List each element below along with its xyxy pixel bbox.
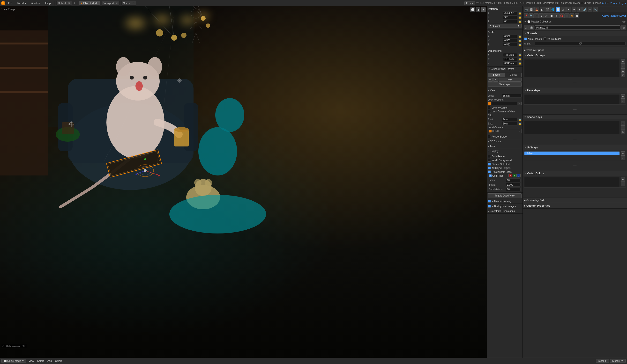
render-icon[interactable]: 🖼: [529, 7, 534, 12]
vertex-group-remove-btn[interactable]: -: [621, 64, 625, 68]
bottom-view[interactable]: View: [28, 360, 35, 362]
close-workspace-icon[interactable]: ✕: [68, 2, 70, 4]
scale-x-lock[interactable]: 🔒: [518, 35, 522, 38]
rotation-x-value[interactable]: -36.499°: [503, 11, 517, 15]
relationship-lines-checkbox[interactable]: ✓: [488, 170, 491, 173]
shape-key-remove-btn[interactable]: -: [621, 126, 625, 130]
add-workspace-icon[interactable]: +: [73, 1, 75, 5]
mesh-icon[interactable]: △: [561, 7, 566, 12]
toolbar-icon-4[interactable]: ⚙: [539, 13, 544, 18]
grid-floor-checkbox[interactable]: ✓: [489, 174, 492, 177]
cursor-3d-header[interactable]: ▶ 3D Cursor: [487, 139, 522, 144]
shape-key-add-btn[interactable]: +: [621, 121, 625, 125]
object-data-icon[interactable]: ▽: [588, 7, 592, 12]
uv-map-add-btn[interactable]: +: [621, 151, 625, 156]
world-bg-checkbox[interactable]: [488, 159, 491, 162]
toolbar-icon-11[interactable]: ⬟: [575, 13, 579, 18]
engine-selector[interactable]: Eevee: [465, 1, 475, 5]
bottom-select[interactable]: Select: [36, 360, 45, 362]
viewport-shading-material[interactable]: ◑: [475, 7, 480, 12]
clip-start-value[interactable]: 1mm: [502, 118, 518, 121]
vertex-color-add-btn[interactable]: +: [621, 177, 625, 182]
vertex-groups-header[interactable]: ▼ Vertex Groups: [523, 53, 627, 58]
toolbar-icon-2[interactable]: 🔍: [529, 13, 534, 18]
toolbar-icon-9[interactable]: ⬛: [564, 13, 569, 18]
scale-z-lock[interactable]: 🔒: [518, 43, 522, 46]
outline-selected-row[interactable]: ✓ Outline Selected: [488, 162, 522, 166]
uv-map-remove-btn[interactable]: -: [621, 156, 625, 160]
close-scene-icon[interactable]: ✕: [133, 2, 135, 4]
motion-tracking-header[interactable]: ✓ ▶ Motion Tracking: [487, 199, 522, 204]
background-images-header[interactable]: ✓ ▶ Background Images: [487, 204, 522, 209]
lock-obj-field[interactable]: [492, 102, 518, 105]
scene-icon[interactable]: 🎬: [545, 7, 550, 12]
toolbar-icon-10[interactable]: 🔆: [570, 13, 574, 18]
view-layer-icon[interactable]: ◧: [540, 7, 544, 12]
lock-camera-row[interactable]: Lock Camera to View: [488, 110, 522, 113]
viewport-shading-solid[interactable]: ⚪: [470, 7, 475, 12]
new-layer-btn[interactable]: New Layer: [488, 82, 522, 87]
lens-value[interactable]: 35mm: [502, 94, 522, 98]
dim-x-value[interactable]: 1.882mm: [503, 53, 517, 57]
grid-z-btn[interactable]: Z: [517, 174, 521, 178]
workspace-tab-default[interactable]: Default ✕: [56, 1, 72, 5]
scale-value[interactable]: 1.000: [506, 183, 521, 186]
scale-y-lock[interactable]: 🔒: [518, 39, 522, 42]
toolbar-icon-1[interactable]: 📍: [524, 13, 528, 18]
custom-properties-section[interactable]: ▶ Custom Properties: [523, 203, 627, 209]
render-border-checkbox[interactable]: [488, 135, 491, 138]
scale-z-value[interactable]: 0.552: [503, 43, 517, 46]
viewport-shading-rendered[interactable]: ●: [481, 7, 486, 12]
toggle-quad-view-btn[interactable]: Toggle Quad View: [488, 193, 522, 198]
relationship-lines-row[interactable]: ✓ Relationship Lines: [488, 170, 522, 174]
all-obj-origins-row[interactable]: ✓ All Object Origins: [488, 166, 522, 170]
vertex-group-down-btn[interactable]: ▼: [621, 73, 625, 77]
grid-x-btn[interactable]: X: [509, 174, 512, 178]
lock-cursor-checkbox[interactable]: [488, 106, 491, 109]
clip-start-lock[interactable]: 🔒: [518, 118, 522, 121]
grease-pencil-icon-btn[interactable]: ✏: [488, 78, 493, 82]
rotation-y-value[interactable]: 90°: [503, 15, 517, 19]
world-bg-row[interactable]: World Background: [488, 159, 522, 162]
collection-left-arrow[interactable]: ◀: [622, 20, 624, 23]
bg-images-checkbox[interactable]: ✓: [488, 205, 491, 208]
tab-object[interactable]: Object: [505, 73, 522, 77]
toolbar-icon-7[interactable]: ◈: [554, 13, 559, 18]
scale-x-value[interactable]: 0.552: [503, 35, 517, 38]
plane-expand-icon[interactable]: ⊞: [621, 25, 626, 30]
dim-y-lock[interactable]: 🔒: [518, 57, 522, 61]
face-maps-header[interactable]: ▼ Face Maps: [523, 88, 627, 93]
menu-window[interactable]: Window: [29, 1, 42, 5]
rotation-x-lock[interactable]: 🔒: [518, 12, 522, 15]
toolbar-icon-6[interactable]: 🔲: [549, 13, 554, 18]
grease-pencil-header[interactable]: ☑ Grease Pencil Layers: [487, 67, 522, 71]
geometry-data-section[interactable]: ▶ Geometry Data: [523, 197, 627, 203]
vertex-group-add-btn[interactable]: +: [621, 59, 625, 64]
material-icon[interactable]: ●: [566, 7, 571, 12]
menu-help[interactable]: Help: [43, 1, 53, 5]
view-header[interactable]: ▶ View: [487, 88, 522, 93]
angle-value[interactable]: 30°: [535, 42, 626, 46]
lines-value[interactable]: 16: [506, 178, 521, 182]
local-camera-value[interactable]: HERO ✕: [488, 129, 522, 133]
toolbar-icon-3[interactable]: ↩: [534, 13, 539, 18]
constraints-icon[interactable]: 🔗: [582, 7, 587, 12]
uv-map-name[interactable]: UVMap: [524, 151, 620, 155]
dim-z-lock[interactable]: 🔒: [518, 62, 522, 65]
collection-right-arrow[interactable]: ▶: [624, 20, 626, 23]
bottom-object[interactable]: Object: [54, 360, 63, 362]
plane-name-input[interactable]: [535, 25, 621, 30]
outline-selected-checkbox[interactable]: ✓: [488, 163, 491, 166]
grid-y-btn[interactable]: Y: [513, 174, 517, 178]
physics-icon[interactable]: ⚙: [577, 7, 582, 12]
menu-file[interactable]: File: [6, 1, 14, 5]
display-header[interactable]: ▼ Display: [487, 149, 522, 153]
particles-icon[interactable]: ✦: [572, 7, 576, 12]
view-icon[interactable]: 📷: [524, 7, 528, 12]
face-map-remove-btn[interactable]: -: [621, 99, 625, 103]
texture-space-section[interactable]: ▶ Texture Space: [523, 47, 627, 53]
render-border-header[interactable]: Render Border: [487, 134, 522, 139]
lock-cursor-row[interactable]: Lock to Cursor: [488, 106, 522, 109]
auto-smooth-checkbox[interactable]: ✓: [524, 38, 527, 40]
scene-tab[interactable]: Scene ✕: [121, 1, 136, 5]
